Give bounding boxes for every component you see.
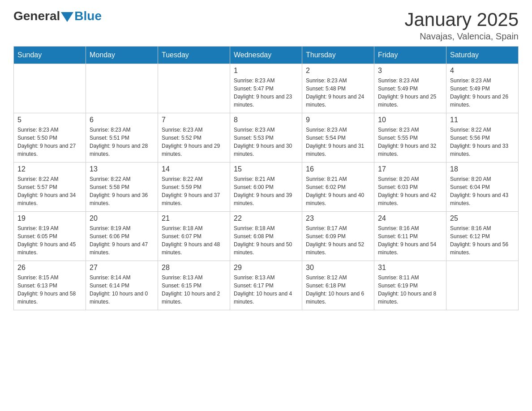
- calendar-header-sunday: Sunday: [14, 47, 86, 64]
- day-number: 18: [450, 165, 515, 173]
- calendar-header-friday: Friday: [374, 47, 446, 64]
- calendar-cell: 13Sunrise: 8:22 AM Sunset: 5:58 PM Dayli…: [86, 163, 158, 212]
- logo-general-text: General: [13, 9, 60, 23]
- day-number: 12: [17, 165, 82, 173]
- logo-triangle-icon: [61, 12, 73, 22]
- day-number: 13: [90, 165, 154, 173]
- day-info: Sunrise: 8:23 AM Sunset: 5:53 PM Dayligh…: [234, 126, 298, 158]
- day-info: Sunrise: 8:18 AM Sunset: 6:08 PM Dayligh…: [234, 224, 298, 257]
- day-info: Sunrise: 8:18 AM Sunset: 6:07 PM Dayligh…: [162, 224, 226, 257]
- calendar-cell: [158, 64, 230, 113]
- calendar-week-row: 5Sunrise: 8:23 AM Sunset: 5:50 PM Daylig…: [14, 113, 519, 163]
- day-info: Sunrise: 8:23 AM Sunset: 5:48 PM Dayligh…: [306, 77, 370, 109]
- calendar-cell: 26Sunrise: 8:15 AM Sunset: 6:13 PM Dayli…: [14, 261, 86, 310]
- calendar-cell: 25Sunrise: 8:16 AM Sunset: 6:12 PM Dayli…: [446, 212, 519, 261]
- day-info: Sunrise: 8:22 AM Sunset: 5:59 PM Dayligh…: [162, 175, 226, 207]
- day-number: 15: [234, 165, 298, 173]
- calendar-week-row: 26Sunrise: 8:15 AM Sunset: 6:13 PM Dayli…: [14, 261, 519, 310]
- calendar-cell: 21Sunrise: 8:18 AM Sunset: 6:07 PM Dayli…: [158, 212, 230, 261]
- day-info: Sunrise: 8:13 AM Sunset: 6:15 PM Dayligh…: [162, 274, 226, 306]
- day-info: Sunrise: 8:23 AM Sunset: 5:52 PM Dayligh…: [162, 126, 226, 158]
- day-info: Sunrise: 8:11 AM Sunset: 6:19 PM Dayligh…: [378, 274, 442, 306]
- day-number: 28: [162, 264, 226, 272]
- calendar-week-row: 19Sunrise: 8:19 AM Sunset: 6:05 PM Dayli…: [14, 212, 519, 261]
- day-info: Sunrise: 8:23 AM Sunset: 5:51 PM Dayligh…: [90, 126, 154, 158]
- day-number: 23: [306, 214, 370, 223]
- day-info: Sunrise: 8:12 AM Sunset: 6:18 PM Dayligh…: [306, 274, 370, 306]
- calendar-cell: 16Sunrise: 8:21 AM Sunset: 6:02 PM Dayli…: [302, 163, 374, 212]
- calendar-cell: 5Sunrise: 8:23 AM Sunset: 5:50 PM Daylig…: [14, 113, 86, 163]
- day-info: Sunrise: 8:19 AM Sunset: 6:06 PM Dayligh…: [90, 224, 154, 257]
- calendar-cell: 2Sunrise: 8:23 AM Sunset: 5:48 PM Daylig…: [302, 64, 374, 113]
- calendar-cell: 11Sunrise: 8:22 AM Sunset: 5:56 PM Dayli…: [446, 113, 519, 163]
- day-info: Sunrise: 8:23 AM Sunset: 5:54 PM Dayligh…: [306, 126, 370, 158]
- day-number: 20: [90, 214, 154, 223]
- calendar-cell: [14, 64, 86, 113]
- day-info: Sunrise: 8:19 AM Sunset: 6:05 PM Dayligh…: [17, 224, 82, 257]
- day-number: 3: [378, 67, 442, 75]
- day-number: 6: [90, 116, 154, 124]
- calendar-cell: 18Sunrise: 8:20 AM Sunset: 6:04 PM Dayli…: [446, 163, 519, 212]
- day-number: 22: [234, 214, 298, 223]
- calendar-cell: 10Sunrise: 8:23 AM Sunset: 5:55 PM Dayli…: [374, 113, 446, 163]
- day-info: Sunrise: 8:20 AM Sunset: 6:04 PM Dayligh…: [450, 175, 515, 207]
- day-info: Sunrise: 8:21 AM Sunset: 6:00 PM Dayligh…: [234, 175, 298, 207]
- logo: General Blue: [13, 9, 102, 23]
- day-info: Sunrise: 8:22 AM Sunset: 5:57 PM Dayligh…: [17, 175, 82, 207]
- calendar-cell: 20Sunrise: 8:19 AM Sunset: 6:06 PM Dayli…: [86, 212, 158, 261]
- day-number: 1: [234, 67, 298, 75]
- day-number: 14: [162, 165, 226, 173]
- calendar-week-row: 1Sunrise: 8:23 AM Sunset: 5:47 PM Daylig…: [14, 64, 519, 113]
- calendar-table: SundayMondayTuesdayWednesdayThursdayFrid…: [13, 46, 519, 310]
- calendar-cell: 4Sunrise: 8:23 AM Sunset: 5:49 PM Daylig…: [446, 64, 519, 113]
- calendar-cell: 9Sunrise: 8:23 AM Sunset: 5:54 PM Daylig…: [302, 113, 374, 163]
- day-number: 31: [378, 264, 442, 272]
- calendar-cell: 3Sunrise: 8:23 AM Sunset: 5:49 PM Daylig…: [374, 64, 446, 113]
- calendar-cell: 1Sunrise: 8:23 AM Sunset: 5:47 PM Daylig…: [230, 64, 302, 113]
- calendar-cell: 8Sunrise: 8:23 AM Sunset: 5:53 PM Daylig…: [230, 113, 302, 163]
- day-info: Sunrise: 8:23 AM Sunset: 5:55 PM Dayligh…: [378, 126, 442, 158]
- day-info: Sunrise: 8:13 AM Sunset: 6:17 PM Dayligh…: [234, 274, 298, 306]
- logo-blue-text: Blue: [74, 9, 102, 23]
- day-number: 8: [234, 116, 298, 124]
- calendar-week-row: 12Sunrise: 8:22 AM Sunset: 5:57 PM Dayli…: [14, 163, 519, 212]
- month-year-title: January 2025: [404, 9, 519, 30]
- day-info: Sunrise: 8:16 AM Sunset: 6:11 PM Dayligh…: [378, 224, 442, 257]
- calendar-cell: 23Sunrise: 8:17 AM Sunset: 6:09 PM Dayli…: [302, 212, 374, 261]
- day-number: 11: [450, 116, 515, 124]
- day-number: 2: [306, 67, 370, 75]
- day-number: 25: [450, 214, 515, 223]
- day-number: 5: [17, 116, 82, 124]
- day-info: Sunrise: 8:20 AM Sunset: 6:03 PM Dayligh…: [378, 175, 442, 207]
- day-info: Sunrise: 8:21 AM Sunset: 6:02 PM Dayligh…: [306, 175, 370, 207]
- day-number: 27: [90, 264, 154, 272]
- calendar-cell: 22Sunrise: 8:18 AM Sunset: 6:08 PM Dayli…: [230, 212, 302, 261]
- calendar-cell: 27Sunrise: 8:14 AM Sunset: 6:14 PM Dayli…: [86, 261, 158, 310]
- calendar-cell: 31Sunrise: 8:11 AM Sunset: 6:19 PM Dayli…: [374, 261, 446, 310]
- calendar-header-saturday: Saturday: [446, 47, 519, 64]
- calendar-header-thursday: Thursday: [302, 47, 374, 64]
- day-number: 24: [378, 214, 442, 223]
- day-info: Sunrise: 8:23 AM Sunset: 5:47 PM Dayligh…: [234, 77, 298, 109]
- day-info: Sunrise: 8:14 AM Sunset: 6:14 PM Dayligh…: [90, 274, 154, 306]
- calendar-header-tuesday: Tuesday: [158, 47, 230, 64]
- calendar-header-wednesday: Wednesday: [230, 47, 302, 64]
- day-number: 16: [306, 165, 370, 173]
- calendar-cell: [86, 64, 158, 113]
- calendar-cell: 7Sunrise: 8:23 AM Sunset: 5:52 PM Daylig…: [158, 113, 230, 163]
- day-number: 21: [162, 214, 226, 223]
- day-number: 17: [378, 165, 442, 173]
- calendar-cell: 15Sunrise: 8:21 AM Sunset: 6:00 PM Dayli…: [230, 163, 302, 212]
- calendar-cell: 14Sunrise: 8:22 AM Sunset: 5:59 PM Dayli…: [158, 163, 230, 212]
- day-number: 4: [450, 67, 515, 75]
- day-number: 29: [234, 264, 298, 272]
- calendar-cell: 24Sunrise: 8:16 AM Sunset: 6:11 PM Dayli…: [374, 212, 446, 261]
- day-info: Sunrise: 8:15 AM Sunset: 6:13 PM Dayligh…: [17, 274, 82, 306]
- day-info: Sunrise: 8:16 AM Sunset: 6:12 PM Dayligh…: [450, 224, 515, 257]
- calendar-cell: 30Sunrise: 8:12 AM Sunset: 6:18 PM Dayli…: [302, 261, 374, 310]
- day-number: 30: [306, 264, 370, 272]
- page-header: General Blue January 2025 Navajas, Valen…: [13, 9, 519, 42]
- location-subtitle: Navajas, Valencia, Spain: [404, 31, 519, 42]
- calendar-cell: 17Sunrise: 8:20 AM Sunset: 6:03 PM Dayli…: [374, 163, 446, 212]
- calendar-header-monday: Monday: [86, 47, 158, 64]
